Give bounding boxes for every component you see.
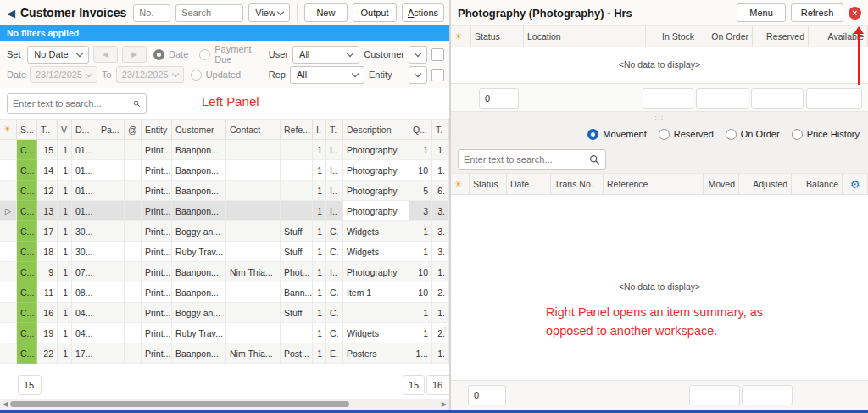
entity-filter-checkbox[interactable]: [431, 69, 444, 81]
table-row[interactable]: C...17130...Print...Boggy an...Stuff1C.W…: [0, 221, 449, 242]
view-option-price-history[interactable]: Price History: [792, 129, 860, 140]
column-header[interactable]: Contact: [226, 119, 281, 140]
table-row[interactable]: C...15101...Print...Baanpon...1I..Photog…: [0, 140, 449, 160]
view-dropdown[interactable]: View: [248, 3, 290, 22]
grid-search-box[interactable]: [7, 93, 147, 114]
table-row[interactable]: C...14101...Print...Baanpon...1I..Photog…: [0, 160, 449, 181]
column-header[interactable]: Available: [809, 25, 868, 47]
column-header[interactable]: Moved: [704, 173, 739, 195]
table-cell: 3.: [432, 221, 449, 242]
column-header[interactable]: Status: [471, 25, 524, 47]
toolbar-separator: [297, 3, 298, 22]
prev-period-button[interactable]: ◀: [93, 46, 118, 63]
actions-button[interactable]: Actions: [402, 3, 444, 22]
table-row[interactable]: C...9107...Print...Baanpon...Nim Thia...…: [0, 262, 449, 282]
date-from-value: 23/12/2025: [36, 70, 82, 80]
left-panel: ◀ Customer Invoices View New Output Acti…: [0, 0, 449, 410]
refresh-button[interactable]: Refresh: [791, 3, 843, 22]
column-header[interactable]: T..: [37, 119, 58, 140]
table-cell: 1: [58, 201, 72, 221]
column-header[interactable]: T.: [432, 119, 449, 140]
table-row[interactable]: C...12101...Print...Baanpon...1I..Photog…: [0, 181, 449, 201]
table-row[interactable]: C...16104...Print...Boggy an...Stuff1C.1…: [0, 303, 449, 323]
search-icon: [133, 98, 141, 109]
column-header[interactable]: D...: [72, 119, 97, 140]
table-cell: I..: [326, 262, 343, 282]
column-header[interactable]: Entity: [142, 119, 172, 140]
column-header[interactable]: Q...: [409, 119, 432, 140]
table-cell: 6.: [432, 181, 449, 201]
entity-dropdown[interactable]: [409, 66, 427, 84]
payment-due-radio[interactable]: [199, 49, 210, 60]
table-row[interactable]: C...11108...Print...Baanpon...Bann...1C.…: [0, 282, 449, 303]
splitter-handle-icon: :::: [654, 116, 664, 119]
scrollbar-thumb[interactable]: [10, 401, 349, 407]
view-option-reserved[interactable]: Reserved: [659, 129, 714, 140]
column-header[interactable]: I.: [313, 119, 326, 140]
column-header[interactable]: Date: [507, 173, 551, 195]
close-panel-button[interactable]: ×: [849, 7, 861, 20]
user-dropdown[interactable]: All: [292, 46, 359, 64]
output-button[interactable]: Output: [353, 3, 397, 22]
table-cell: 5: [409, 181, 432, 201]
column-header[interactable]: Pa...: [97, 119, 125, 140]
view-option-movement[interactable]: Movement: [587, 129, 646, 140]
gear-icon[interactable]: ⚙: [850, 178, 860, 191]
horizontal-scrollbar[interactable]: ◀ ▶: [0, 399, 449, 410]
scroll-right-icon[interactable]: ▶: [442, 401, 447, 408]
updated-radio[interactable]: [191, 70, 202, 81]
column-header[interactable]: @: [125, 119, 142, 140]
date-radio[interactable]: [153, 49, 164, 60]
column-header[interactable]: Trans No.: [551, 173, 604, 195]
toolbar-search-input[interactable]: [175, 4, 243, 22]
table-cell: 1: [58, 343, 72, 364]
movement-search-box[interactable]: [458, 149, 606, 170]
grid-search-input[interactable]: [13, 98, 133, 109]
table-cell: 17...: [72, 343, 97, 364]
date-to-picker[interactable]: 23/12/2025: [116, 66, 184, 83]
table-row[interactable]: C...19104...Print...Ruby Trav...1C.Widge…: [0, 323, 449, 343]
table-cell: 14: [37, 160, 58, 181]
table-cell: C...: [17, 323, 37, 343]
table-row[interactable]: ▷C...13101...Print...Baanpon...1I..Photo…: [0, 201, 449, 221]
column-header[interactable]: Description: [343, 119, 409, 140]
invoice-no-input[interactable]: [133, 4, 170, 22]
table-cell: C.: [326, 221, 343, 242]
column-header[interactable]: On Order: [698, 25, 753, 47]
back-arrow-icon[interactable]: ◀: [7, 8, 15, 19]
drag-handle-icon[interactable]: ⁝⁝: [441, 327, 448, 331]
column-header[interactable]: Reference: [604, 173, 704, 195]
new-button[interactable]: New: [304, 3, 348, 22]
column-header[interactable]: Refe...: [281, 119, 313, 140]
column-header[interactable]: Customer: [172, 119, 226, 140]
panel-splitter[interactable]: :::: [451, 112, 868, 122]
updated-radio-label: Updated: [206, 70, 242, 80]
table-cell: 04...: [72, 323, 97, 343]
customer-dropdown[interactable]: [409, 46, 427, 64]
date-set-dropdown[interactable]: No Date: [27, 46, 88, 64]
column-header[interactable]: T.: [326, 119, 343, 140]
table-row[interactable]: C...18130...Print...Ruby Trav...Stuff1C.…: [0, 242, 449, 262]
summary-total-box: 15: [403, 375, 425, 395]
next-period-button[interactable]: ▶: [122, 46, 147, 63]
column-header[interactable]: V: [58, 119, 72, 140]
column-header[interactable]: S...: [17, 119, 37, 140]
column-header[interactable]: Balance: [792, 173, 843, 195]
scroll-left-icon[interactable]: ◀: [3, 401, 8, 408]
date-from-picker[interactable]: 23/12/2025: [30, 66, 97, 83]
column-header[interactable]: Status: [470, 173, 507, 195]
column-header[interactable]: Adjusted: [739, 173, 792, 195]
movement-search-input[interactable]: [464, 154, 589, 165]
customer-filter-checkbox[interactable]: [431, 48, 444, 61]
column-header[interactable]: Location: [524, 25, 646, 47]
table-cell: 04...: [72, 303, 97, 323]
table-cell: [97, 303, 125, 323]
table-row[interactable]: C...22117...Print...Baanpon...Nim Thia..…: [0, 343, 449, 364]
menu-button[interactable]: Menu: [737, 3, 786, 22]
view-option-on-order[interactable]: On Order: [726, 129, 780, 140]
column-header[interactable]: In Stock: [646, 25, 698, 47]
rep-dropdown[interactable]: All: [290, 66, 364, 84]
column-header[interactable]: Reserved: [753, 25, 809, 47]
customer-label: Customer: [364, 49, 404, 59]
table-cell: 1: [313, 282, 326, 303]
